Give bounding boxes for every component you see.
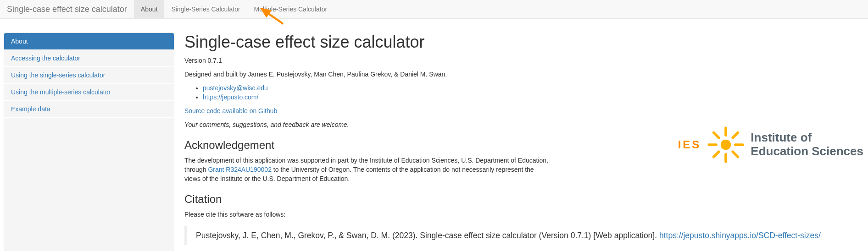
citation-intro: Please cite this software as follows: (184, 210, 859, 219)
navbar: Single-case effect size calculator About… (0, 0, 868, 19)
svg-line-8 (733, 152, 738, 157)
sidebar-item-single[interactable]: Using the single-series calculator (4, 67, 174, 84)
sidebar-item-example[interactable]: Example data (4, 101, 174, 118)
contact-email-link[interactable]: pustejovsky@wisc.edu (203, 84, 268, 92)
svg-line-7 (714, 133, 719, 138)
source-code-link[interactable]: Source code available on Github (184, 107, 277, 115)
sun-icon (707, 126, 744, 163)
byline-text: Designed and built by James E. Pustejovs… (184, 70, 859, 79)
ies-name-line2: Education Sciences (751, 145, 863, 158)
svg-line-9 (733, 133, 738, 138)
tab-multiple-series[interactable]: Multiple-Series Calculator (247, 0, 334, 18)
grant-link[interactable]: Grant R324AU190002 (208, 166, 272, 173)
sidebar-item-multiple[interactable]: Using the multiple-series calculator (4, 84, 174, 101)
svg-line-10 (714, 152, 719, 157)
acknowledgement-body: The development of this application was … (184, 156, 551, 184)
container: About Accessing the calculator Using the… (0, 19, 868, 251)
sidebar-item-accessing[interactable]: Accessing the calculator (4, 50, 174, 67)
citation-text: Pustejovsky, J. E, Chen, M., Grekov, P.,… (196, 231, 659, 240)
tab-about[interactable]: About (134, 0, 165, 18)
contact-site-link[interactable]: https://jepusto.com/ (203, 93, 258, 101)
main-content: Single-case effect size calculator Versi… (174, 19, 868, 251)
version-text: Version 0.7.1 (184, 56, 859, 65)
contact-list: pustejovsky@wisc.edu https://jepusto.com… (184, 84, 859, 102)
page-title: Single-case effect size calculator (184, 33, 859, 52)
sidebar: About Accessing the calculator Using the… (4, 33, 174, 251)
ies-logo: IES Institute of Education Sciences (678, 126, 863, 163)
navbar-brand: Single-case effect size calculator (0, 0, 134, 18)
citation-heading: Citation (184, 193, 859, 206)
citation-url-link[interactable]: https://jepusto.shinyapps.io/SCD-effect-… (659, 231, 821, 240)
svg-point-2 (721, 140, 731, 150)
ies-name-line1: Institute of (751, 131, 863, 145)
tab-single-series[interactable]: Single-Series Calculator (164, 0, 247, 18)
nav-tabs: About Single-Series Calculator Multiple-… (134, 0, 334, 18)
ies-acronym: IES (678, 138, 701, 151)
ies-name: Institute of Education Sciences (751, 131, 863, 158)
citation-block: Pustejovsky, J. E, Chen, M., Grekov, P.,… (184, 226, 859, 245)
sidebar-item-about[interactable]: About (4, 33, 174, 50)
